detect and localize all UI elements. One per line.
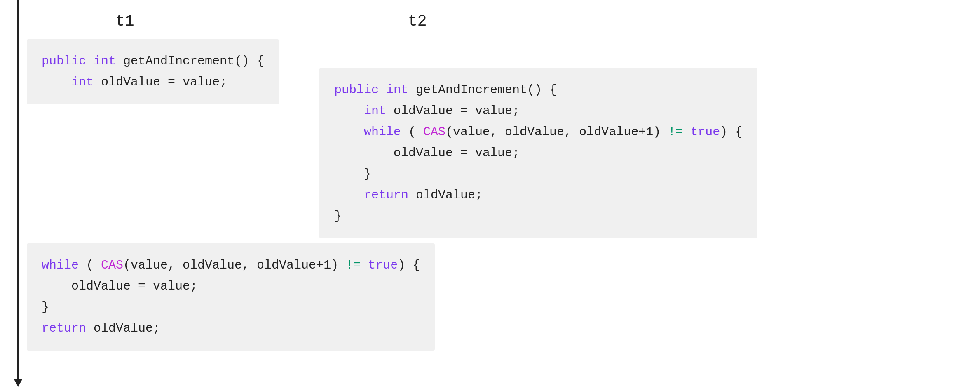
code-token: (value, oldValue, oldValue+1) bbox=[445, 125, 668, 139]
code-token bbox=[334, 125, 364, 139]
code-token: getAndIncrement() { bbox=[416, 83, 557, 97]
code-line: int oldValue = value; bbox=[42, 72, 264, 93]
code-line: return oldValue; bbox=[334, 185, 742, 206]
code-token: ( bbox=[401, 125, 423, 139]
code-token: oldValue = value; bbox=[101, 75, 227, 89]
code-token: } bbox=[334, 209, 342, 223]
code-line: } bbox=[42, 297, 420, 318]
code-token: oldValue = value; bbox=[334, 146, 520, 160]
code-token: return bbox=[42, 321, 94, 335]
code-block-t2_full: public int getAndIncrement() { int oldVa… bbox=[319, 68, 757, 238]
code-line: } bbox=[334, 206, 742, 227]
label-t1: t1 bbox=[115, 12, 134, 30]
code-line: public int getAndIncrement() { bbox=[42, 51, 264, 72]
code-token: oldValue; bbox=[416, 188, 483, 202]
code-token: int bbox=[42, 75, 101, 89]
code-token: return bbox=[364, 188, 416, 202]
code-block-t1_top: public int getAndIncrement() { int oldVa… bbox=[27, 39, 279, 104]
code-token: ) { bbox=[720, 125, 742, 139]
code-token: int bbox=[94, 54, 123, 68]
code-line: } bbox=[334, 164, 742, 185]
code-token: public bbox=[42, 54, 94, 68]
code-token: while bbox=[42, 258, 79, 272]
code-line: public int getAndIncrement() { bbox=[334, 80, 742, 101]
code-token: oldValue = value; bbox=[394, 104, 520, 118]
code-token: int bbox=[386, 83, 416, 97]
code-token: true bbox=[690, 125, 720, 139]
code-token: != bbox=[668, 125, 683, 139]
code-token: ( bbox=[79, 258, 101, 272]
code-line: oldValue = value; bbox=[334, 143, 742, 164]
code-line: return oldValue; bbox=[42, 318, 420, 339]
code-token: true bbox=[368, 258, 398, 272]
code-token: ) { bbox=[398, 258, 420, 272]
code-token: oldValue; bbox=[94, 321, 160, 335]
code-line: oldValue = value; bbox=[42, 276, 420, 297]
code-token: } bbox=[42, 300, 49, 314]
code-token bbox=[334, 188, 364, 202]
code-token bbox=[361, 258, 368, 272]
timeline-line bbox=[17, 0, 19, 379]
code-block-t1_bottom: while ( CAS(value, oldValue, oldValue+1)… bbox=[27, 243, 435, 351]
code-line: while ( CAS(value, oldValue, oldValue+1)… bbox=[334, 122, 742, 143]
code-token: oldValue = value; bbox=[42, 279, 197, 293]
code-token: getAndIncrement() { bbox=[123, 54, 264, 68]
code-token: (value, oldValue, oldValue+1) bbox=[123, 258, 346, 272]
code-line: int oldValue = value; bbox=[334, 101, 742, 122]
code-token: != bbox=[346, 258, 361, 272]
code-token: public bbox=[334, 83, 386, 97]
code-token: } bbox=[334, 167, 371, 181]
code-token bbox=[683, 125, 690, 139]
code-token: while bbox=[364, 125, 401, 139]
code-token: CAS bbox=[101, 258, 123, 272]
label-t2: t2 bbox=[408, 12, 427, 30]
code-token: int bbox=[334, 104, 394, 118]
code-line: while ( CAS(value, oldValue, oldValue+1)… bbox=[42, 255, 420, 276]
code-token: CAS bbox=[423, 125, 445, 139]
